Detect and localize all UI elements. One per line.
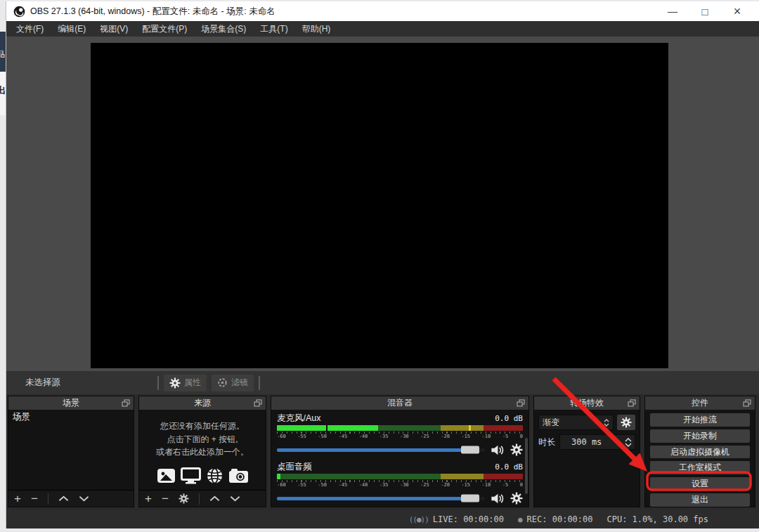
meter-scale-label: -5 xyxy=(502,482,508,488)
mixer-scrollbar[interactable] xyxy=(525,438,528,494)
meter-scale-label: -5 xyxy=(502,434,508,439)
obs-window: OBS 27.1.3 (64-bit, windows) - 配置文件: 未命名… xyxy=(6,1,759,528)
volume-slider-fill xyxy=(277,448,470,452)
toolbar-divider xyxy=(199,493,200,505)
sources-empty-line: 您还没有添加任何源。 xyxy=(139,420,266,433)
transitions-panel-header: 转场特效 xyxy=(534,396,640,410)
gear-icon xyxy=(179,493,189,504)
popout-icon xyxy=(122,399,130,407)
chevron-down-icon xyxy=(625,443,632,447)
sources-empty-line: 或者右击此处添加一个。 xyxy=(139,446,266,459)
duration-input[interactable]: 300 ms xyxy=(559,434,635,450)
meter-scale-label: -60 xyxy=(277,482,286,488)
add-scene-button[interactable]: + xyxy=(14,493,21,505)
dock-area: 场景 场景 + − xyxy=(6,394,759,510)
start-streaming-button[interactable]: 开始推流 xyxy=(650,413,750,427)
exit-button[interactable]: 退出 xyxy=(650,493,750,507)
select-spinner[interactable] xyxy=(604,419,609,427)
meter-scale-label: -50 xyxy=(318,434,327,439)
properties-label: 属性 xyxy=(184,377,201,389)
controls-panel: 控件 开始推流 开始录制 启动虚拟摄像机 工作室模式 设置 退出 xyxy=(644,396,755,507)
settings-button[interactable]: 设置 xyxy=(650,477,750,491)
start-recording-button[interactable]: 开始录制 xyxy=(650,429,750,443)
mixer-panel-header: 混音器 xyxy=(271,396,528,410)
popout-icon xyxy=(743,399,751,407)
status-bar: ((●)) LIVE: 00:00:00 ● REC: 00:00:00 CPU… xyxy=(6,510,759,528)
gear-icon[interactable] xyxy=(510,492,523,505)
transition-select[interactable]: 渐变 xyxy=(538,415,614,430)
menu-help[interactable]: 帮助(H) xyxy=(295,21,338,37)
volume-slider[interactable] xyxy=(277,448,485,452)
menu-scene-collection[interactable]: 场景集合(S) xyxy=(194,21,253,37)
no-source-selected-label: 未选择源 xyxy=(25,377,60,389)
move-scene-up-button[interactable] xyxy=(58,495,69,502)
filter-icon xyxy=(217,377,228,388)
meter-scale-label: -25 xyxy=(420,434,429,439)
meter-scale-label: -15 xyxy=(461,434,470,439)
video-preview-canvas[interactable] xyxy=(91,43,668,368)
gear-icon[interactable] xyxy=(510,443,523,456)
filters-button[interactable]: 滤镜 xyxy=(212,375,254,391)
sources-panel-title: 来源 xyxy=(194,397,211,409)
close-button[interactable]: × xyxy=(721,2,753,20)
toolbar-separator xyxy=(157,376,159,390)
volume-meter xyxy=(277,474,523,479)
add-source-button[interactable]: + xyxy=(145,493,152,505)
meter-scale-label: -40 xyxy=(359,434,368,439)
menubar: 文件(F) 编辑(E) 视图(V) 配置文件(P) 场景集合(S) 工具(T) … xyxy=(6,21,759,37)
meter-scale-label: -35 xyxy=(379,434,389,439)
channel-name: 桌面音频 xyxy=(277,461,312,473)
menu-profile[interactable]: 配置文件(P) xyxy=(135,21,194,37)
scene-list-item[interactable]: 场景 xyxy=(8,410,134,424)
duration-value: 300 ms xyxy=(571,437,602,447)
move-scene-down-button[interactable] xyxy=(79,495,89,502)
transition-properties-button[interactable] xyxy=(617,415,635,430)
meter-scale-label: 0 xyxy=(520,482,523,488)
chevron-down-icon xyxy=(79,495,89,502)
controls-body: 开始推流 开始录制 启动虚拟摄像机 工作室模式 设置 退出 xyxy=(645,410,755,507)
move-source-down-button[interactable] xyxy=(230,495,240,502)
scenes-list: 场景 xyxy=(8,410,134,490)
start-virtual-camera-button[interactable]: 启动虚拟摄像机 xyxy=(650,446,750,459)
menu-view[interactable]: 视图(V) xyxy=(93,21,135,37)
display-source-icon xyxy=(181,467,201,484)
remove-source-button[interactable]: − xyxy=(162,493,169,505)
volume-slider-handle[interactable] xyxy=(461,446,479,454)
transition-selected-value: 渐变 xyxy=(543,417,559,429)
channel-name: 麦克风/Aux xyxy=(277,413,321,424)
preview-area xyxy=(6,37,759,371)
meter-scale-label: -10 xyxy=(482,482,491,488)
duration-spinner[interactable] xyxy=(625,438,632,447)
mixer-panel-title: 混音器 xyxy=(387,397,413,409)
volume-slider-handle[interactable] xyxy=(461,495,479,502)
remove-scene-button[interactable]: − xyxy=(31,493,38,505)
maximize-button[interactable]: □ xyxy=(689,2,721,20)
speaker-icon[interactable] xyxy=(491,493,505,505)
chevron-down-icon xyxy=(230,495,240,502)
move-source-up-button[interactable] xyxy=(209,495,220,502)
speaker-icon[interactable] xyxy=(491,444,505,456)
popout-icon xyxy=(517,399,525,407)
source-properties-button[interactable] xyxy=(179,493,189,504)
studio-mode-button[interactable]: 工作室模式 xyxy=(650,461,750,474)
properties-button[interactable]: 属性 xyxy=(164,375,207,391)
menu-tools[interactable]: 工具(T) xyxy=(253,21,294,37)
scenes-panel-title: 场景 xyxy=(63,397,79,409)
volume-slider[interactable] xyxy=(277,497,485,500)
scenes-panel: 场景 场景 + − xyxy=(8,396,134,507)
menu-edit[interactable]: 编辑(E) xyxy=(51,21,93,37)
scenes-toolbar: + − xyxy=(8,490,134,507)
meter-scale-label: -55 xyxy=(297,434,306,439)
menu-file[interactable]: 文件(F) xyxy=(9,21,51,37)
mixer-channel-desktop: 桌面音频 0.0 dB -60-55-50-45-40-35-30-25-20-… xyxy=(277,461,523,505)
channel-db-value: 0.0 dB xyxy=(495,462,523,472)
meter-tick-marks xyxy=(277,432,523,434)
source-toolbar: 未选择源 xyxy=(6,371,759,394)
meter-scale: -60-55-50-45-40-35-30-25-20-15-10-50 xyxy=(277,482,523,488)
volume-slider-fill xyxy=(277,497,470,500)
minimize-button[interactable]: — xyxy=(656,2,689,20)
meter-scale-label: -10 xyxy=(482,434,491,439)
cpu-fps-stats: CPU: 1.0%, 30.00 fps xyxy=(607,514,709,524)
sources-empty-area[interactable]: 您还没有添加任何源。 点击下面的 + 按钮, 或者右击此处添加一个。 xyxy=(139,410,266,490)
chevron-down-icon xyxy=(604,423,609,427)
